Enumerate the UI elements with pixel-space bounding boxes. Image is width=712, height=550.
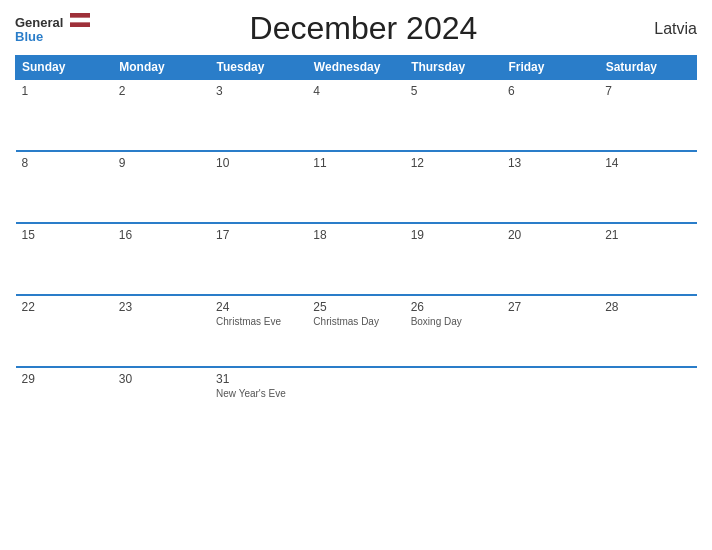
day-number: 27 <box>508 300 593 314</box>
calendar-cell: 12 <box>405 151 502 223</box>
calendar-cell: 5 <box>405 79 502 151</box>
day-number: 11 <box>313 156 398 170</box>
calendar-cell: 20 <box>502 223 599 295</box>
holiday-label: New Year's Eve <box>216 388 301 399</box>
calendar-week-row: 1234567 <box>16 79 697 151</box>
day-number: 8 <box>22 156 107 170</box>
day-number: 2 <box>119 84 204 98</box>
calendar-week-row: 293031New Year's Eve <box>16 367 697 439</box>
calendar-cell: 11 <box>307 151 404 223</box>
day-of-week-header: Saturday <box>599 56 696 80</box>
day-number: 3 <box>216 84 301 98</box>
calendar-cell: 8 <box>16 151 113 223</box>
holiday-label: Christmas Day <box>313 316 398 327</box>
calendar-cell: 21 <box>599 223 696 295</box>
day-of-week-header: Wednesday <box>307 56 404 80</box>
day-number: 5 <box>411 84 496 98</box>
calendar-week-row: 891011121314 <box>16 151 697 223</box>
day-number: 18 <box>313 228 398 242</box>
calendar-cell: 27 <box>502 295 599 367</box>
day-number: 9 <box>119 156 204 170</box>
day-number: 10 <box>216 156 301 170</box>
day-of-week-header: Friday <box>502 56 599 80</box>
day-of-week-header: Thursday <box>405 56 502 80</box>
calendar-header: SundayMondayTuesdayWednesdayThursdayFrid… <box>16 56 697 80</box>
day-number: 13 <box>508 156 593 170</box>
logo-blue-label: Blue <box>15 30 90 44</box>
calendar-cell: 7 <box>599 79 696 151</box>
calendar-cell: 26Boxing Day <box>405 295 502 367</box>
calendar-cell: 25Christmas Day <box>307 295 404 367</box>
day-number: 14 <box>605 156 690 170</box>
calendar-cell: 2 <box>113 79 210 151</box>
calendar-cell <box>405 367 502 439</box>
day-number: 25 <box>313 300 398 314</box>
calendar-cell: 22 <box>16 295 113 367</box>
calendar-cell: 31New Year's Eve <box>210 367 307 439</box>
holiday-label: Boxing Day <box>411 316 496 327</box>
day-number: 28 <box>605 300 690 314</box>
calendar-week-row: 222324Christmas Eve25Christmas Day26Boxi… <box>16 295 697 367</box>
calendar-cell: 1 <box>16 79 113 151</box>
day-number: 4 <box>313 84 398 98</box>
calendar-body: 123456789101112131415161718192021222324C… <box>16 79 697 439</box>
calendar-cell: 13 <box>502 151 599 223</box>
header: General Blue December 2024 Latvia <box>15 10 697 47</box>
page: General Blue December 2024 Latvia Sunday… <box>0 0 712 550</box>
calendar-cell <box>599 367 696 439</box>
logo-general-text: General <box>15 13 90 31</box>
day-number: 24 <box>216 300 301 314</box>
day-number: 20 <box>508 228 593 242</box>
calendar-cell: 30 <box>113 367 210 439</box>
calendar-cell: 3 <box>210 79 307 151</box>
day-number: 31 <box>216 372 301 386</box>
calendar-table: SundayMondayTuesdayWednesdayThursdayFrid… <box>15 55 697 439</box>
svg-rect-1 <box>70 17 90 22</box>
country-label: Latvia <box>637 20 697 38</box>
calendar-cell: 10 <box>210 151 307 223</box>
logo-flag-icon <box>70 13 90 27</box>
day-number: 19 <box>411 228 496 242</box>
logo-text: General Blue <box>15 13 90 45</box>
day-of-week-header: Sunday <box>16 56 113 80</box>
calendar-cell: 16 <box>113 223 210 295</box>
calendar-cell: 14 <box>599 151 696 223</box>
calendar-title: December 2024 <box>90 10 637 47</box>
days-of-week-row: SundayMondayTuesdayWednesdayThursdayFrid… <box>16 56 697 80</box>
day-of-week-header: Tuesday <box>210 56 307 80</box>
calendar-cell <box>307 367 404 439</box>
calendar-cell: 6 <box>502 79 599 151</box>
calendar-cell <box>502 367 599 439</box>
day-number: 22 <box>22 300 107 314</box>
day-number: 21 <box>605 228 690 242</box>
holiday-label: Christmas Eve <box>216 316 301 327</box>
day-number: 29 <box>22 372 107 386</box>
logo: General Blue <box>15 13 90 45</box>
day-of-week-header: Monday <box>113 56 210 80</box>
day-number: 16 <box>119 228 204 242</box>
calendar-cell: 19 <box>405 223 502 295</box>
calendar-cell: 18 <box>307 223 404 295</box>
calendar-cell: 29 <box>16 367 113 439</box>
day-number: 7 <box>605 84 690 98</box>
day-number: 15 <box>22 228 107 242</box>
calendar-cell: 28 <box>599 295 696 367</box>
day-number: 6 <box>508 84 593 98</box>
day-number: 17 <box>216 228 301 242</box>
day-number: 1 <box>22 84 107 98</box>
day-number: 30 <box>119 372 204 386</box>
day-number: 23 <box>119 300 204 314</box>
calendar-cell: 23 <box>113 295 210 367</box>
calendar-cell: 4 <box>307 79 404 151</box>
day-number: 12 <box>411 156 496 170</box>
calendar-cell: 24Christmas Eve <box>210 295 307 367</box>
day-number: 26 <box>411 300 496 314</box>
calendar-cell: 9 <box>113 151 210 223</box>
calendar-cell: 15 <box>16 223 113 295</box>
calendar-cell: 17 <box>210 223 307 295</box>
calendar-week-row: 15161718192021 <box>16 223 697 295</box>
logo-general-label: General <box>15 15 63 30</box>
